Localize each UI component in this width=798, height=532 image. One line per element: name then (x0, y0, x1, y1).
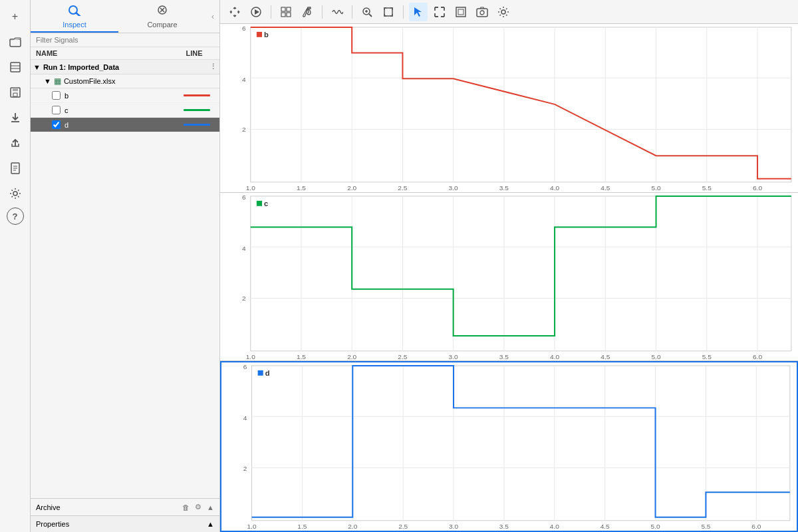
svg-text:4.5: 4.5 (600, 352, 610, 360)
properties-bar[interactable]: Properties ▲ (31, 515, 219, 532)
svg-rect-30 (477, 9, 487, 17)
file-name: CustomFile.xlsx (64, 77, 116, 85)
download-button[interactable] (4, 106, 27, 129)
settings3-button[interactable] (494, 3, 513, 21)
svg-text:3.0: 3.0 (449, 352, 459, 360)
document-button[interactable] (4, 157, 27, 180)
svg-marker-27 (414, 7, 422, 17)
chart-d: 6 4 2 1.0 1.5 2.0 2.5 3.0 3.5 4.0 4.5 5.… (220, 361, 798, 532)
svg-rect-89 (257, 201, 262, 206)
chart-b-svg: 6 4 2 1.0 1.5 2.0 2.5 3.0 3.5 4.0 4.5 5.… (220, 24, 798, 192)
folder-button[interactable] (4, 31, 27, 53)
chart-c-svg: 6 4 2 1.0 1.5 2.0 2.5 3.0 3.5 4.0 4.5 5.… (220, 193, 798, 361)
svg-text:2.0: 2.0 (347, 184, 357, 192)
tab-compare[interactable]: Compare (118, 0, 206, 33)
svg-text:1.0: 1.0 (246, 352, 256, 360)
run-label: Run 1: Imported_Data (43, 63, 119, 71)
svg-text:6: 6 (242, 194, 246, 201)
compare-icon (155, 4, 170, 19)
fit2-button[interactable] (452, 3, 470, 21)
svg-rect-60 (257, 32, 262, 37)
svg-text:1.5: 1.5 (297, 352, 307, 360)
fit-view-button[interactable] (379, 3, 398, 21)
zoom-button[interactable] (358, 3, 376, 21)
checkbox-c[interactable] (52, 106, 61, 114)
save-button[interactable] (4, 81, 27, 104)
fullscreen-button[interactable] (430, 3, 449, 21)
add-button[interactable]: + (4, 5, 27, 28)
svg-text:2.5: 2.5 (398, 352, 408, 360)
grid-button[interactable] (277, 3, 295, 21)
signal-name-b: b (65, 92, 177, 100)
archive-label: Archive (36, 503, 182, 511)
svg-rect-21 (287, 13, 291, 17)
svg-text:6.0: 6.0 (753, 184, 763, 192)
svg-text:1.0: 1.0 (247, 523, 257, 530)
svg-rect-19 (287, 7, 291, 11)
play-button[interactable] (247, 3, 265, 21)
run-collapse-arrow[interactable]: ▼ (33, 63, 41, 71)
svg-marker-17 (255, 9, 259, 15)
signal-line-d (177, 124, 217, 126)
layers-button[interactable] (4, 56, 27, 78)
excel-icon: ▦ (54, 76, 61, 86)
archive-bar: Archive 🗑 ⚙ ▲ (31, 498, 219, 515)
tabs-header: Inspect Compare ‹ (31, 0, 219, 33)
svg-line-14 (76, 13, 80, 16)
properties-collapse-icon[interactable]: ▲ (207, 520, 214, 528)
svg-text:4.0: 4.0 (550, 352, 560, 360)
svg-text:6: 6 (242, 25, 246, 32)
svg-line-23 (369, 14, 372, 17)
paint-button[interactable] (298, 3, 317, 21)
svg-text:4.5: 4.5 (600, 523, 610, 530)
checkbox-d[interactable] (52, 120, 61, 129)
share-button[interactable] (4, 132, 27, 154)
signal-line-b (177, 94, 217, 96)
svg-text:1.0: 1.0 (246, 184, 256, 192)
svg-text:4: 4 (242, 76, 246, 83)
svg-text:3.5: 3.5 (499, 184, 509, 192)
svg-text:2.0: 2.0 (348, 523, 357, 530)
run-options-button[interactable]: ⋮ (209, 63, 217, 71)
svg-text:3.0: 3.0 (449, 523, 458, 530)
svg-text:b: b (264, 31, 269, 39)
tab-inspect[interactable]: Inspect (31, 0, 118, 33)
help-button[interactable]: ? (7, 207, 24, 225)
run-header: ▼ Run 1: Imported_Data ⋮ (31, 60, 219, 74)
svg-rect-33 (251, 27, 791, 182)
main-area: 6 4 2 1.0 1.5 2.0 2.5 3.0 3.5 4.0 4.5 5.… (220, 0, 798, 532)
archive-expand-icon[interactable]: ▲ (207, 503, 214, 511)
archive-delete-icon[interactable]: 🗑 (182, 503, 190, 511)
file-arrow[interactable]: ▼ (44, 77, 51, 85)
svg-text:1.5: 1.5 (297, 523, 307, 530)
svg-text:3.5: 3.5 (499, 352, 509, 360)
svg-text:1.5: 1.5 (297, 184, 307, 192)
svg-rect-29 (458, 9, 464, 15)
cursor-button[interactable] (409, 3, 428, 21)
svg-text:4: 4 (243, 415, 247, 422)
svg-text:5.0: 5.0 (652, 352, 662, 360)
inspect-icon (67, 4, 82, 19)
svg-text:6: 6 (243, 363, 247, 370)
signal-row-b[interactable]: b (31, 88, 219, 103)
settings-button[interactable] (4, 182, 27, 205)
svg-text:5.5: 5.5 (702, 184, 712, 192)
signal-name-d: d (65, 121, 177, 129)
file-header: ▼ ▦ CustomFile.xlsx (31, 74, 219, 88)
checkbox-b[interactable] (52, 91, 61, 100)
camera-button[interactable] (473, 3, 491, 21)
svg-point-32 (501, 10, 505, 14)
svg-rect-1 (11, 63, 20, 72)
signal-row-c[interactable]: c (31, 103, 219, 118)
svg-rect-26 (384, 8, 392, 16)
left-toolbar: + ? (0, 0, 31, 532)
svg-point-31 (480, 11, 484, 15)
svg-text:5.0: 5.0 (652, 184, 662, 192)
svg-rect-18 (281, 7, 285, 11)
svg-point-12 (13, 192, 17, 196)
archive-settings-icon[interactable]: ⚙ (195, 503, 201, 511)
wave-button[interactable] (328, 3, 346, 21)
pan-button[interactable] (225, 3, 244, 21)
archive-icons: 🗑 ⚙ ▲ (182, 503, 214, 511)
signal-row-d[interactable]: d (31, 118, 219, 132)
